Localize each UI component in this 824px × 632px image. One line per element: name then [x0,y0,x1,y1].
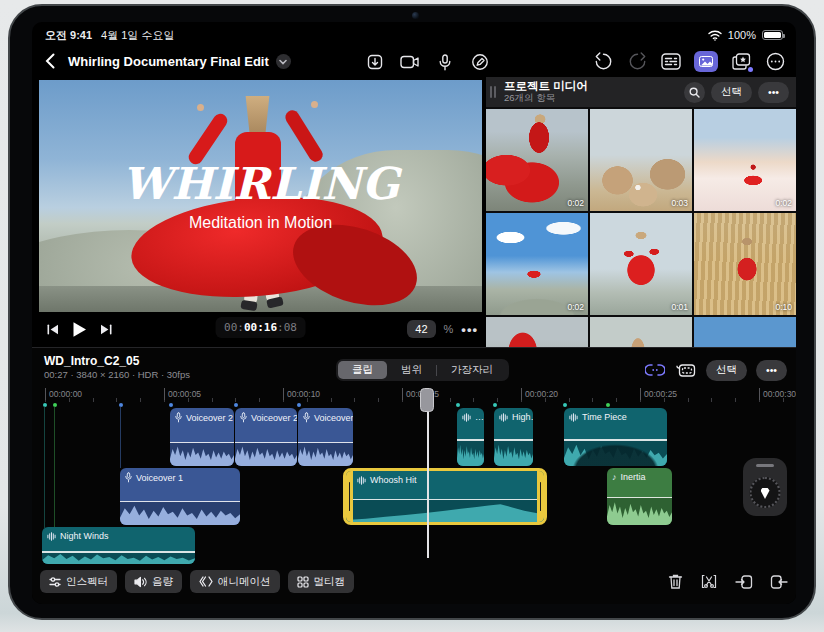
delete-icon[interactable] [668,573,683,590]
media-thumbnail[interactable]: 0:02 [486,213,588,315]
volume-label: 음량 [152,575,173,589]
insert-before-icon[interactable] [735,574,753,590]
volume-button[interactable]: 음량 [125,570,182,593]
timecode-display[interactable]: 00:00:16:08 [215,317,306,338]
tab-range[interactable]: 범위 [387,361,436,379]
multicam-button[interactable]: 멀티캠 [288,570,355,593]
panel-resize-handle[interactable] [494,86,496,98]
undo-icon[interactable] [592,50,614,72]
search-button[interactable] [684,82,705,103]
more-options-icon[interactable] [764,50,786,72]
clip-label: High… [512,412,533,422]
connector-line [120,406,121,468]
timeline-clip[interactable]: Voiceover 3 [298,408,353,466]
tab-edge[interactable]: 가장자리 [437,361,507,379]
inspector-panel-icon[interactable] [660,50,682,72]
clip-label: Voiceover 3 [314,413,353,423]
camera-icon[interactable] [399,51,421,73]
overlay-clips-icon[interactable] [675,359,697,381]
timeline-clip[interactable]: High… [494,408,533,466]
media-browser-icon[interactable] [694,51,718,72]
animation-button[interactable]: 애니메이션 [190,570,280,593]
jog-wheel[interactable] [743,458,787,516]
inspector-button[interactable]: 인스펙터 [40,570,117,593]
clip-duration: 0:02 [775,198,792,208]
blade-split-icon[interactable] [700,573,718,590]
timeline-clip-selected[interactable]: Whoosh Hit [343,468,547,525]
effects-badge [748,67,753,72]
insert-after-icon[interactable] [770,574,788,590]
skip-to-end-icon[interactable] [100,324,112,335]
media-thumbnail[interactable]: 0:02 [486,109,588,211]
edit-mode-segmented-control: 클립 범위 가장자리 [336,359,509,381]
multicam-label: 멀티캠 [314,575,346,589]
mic-icon [175,412,182,423]
timeline-more-button[interactable]: ••• [756,360,787,381]
microphone-icon[interactable] [434,51,456,73]
timeline-project-meta: 00:27 · 3840 × 2160 · HDR · 30fps [44,369,190,380]
timeline-clip[interactable]: Night Winds [42,527,195,564]
connection-dot [493,403,497,407]
viewer[interactable]: WHIRLING Meditation in Motion [39,80,482,312]
clip-duration: 0:10 [775,302,792,312]
media-thumbnail[interactable] [694,317,796,347]
jog-drag-handle[interactable] [756,464,774,467]
media-thumbnail[interactable]: 0:10 [694,213,796,315]
import-icon[interactable] [364,51,386,73]
panel-resize-handle[interactable] [490,86,492,98]
skip-to-start-icon[interactable] [47,324,59,335]
wifi-icon [708,30,722,41]
timeline-clip[interactable]: ♪Inertia [607,468,672,525]
clip-label: Voiceover 1 [136,473,183,483]
tab-clip[interactable]: 클립 [338,361,387,379]
timeline-clip[interactable]: Voiceover 2 [170,408,234,466]
animation-label: 애니메이션 [218,575,271,589]
timeline-clip[interactable]: Time Piece [564,408,667,466]
dancer-hand [311,101,318,108]
viewer-zoom-value[interactable]: 42 [407,320,435,338]
media-more-button[interactable]: ••• [758,82,789,103]
magnetic-timeline-icon[interactable] [644,359,666,381]
redo-icon[interactable] [626,50,648,72]
ruler-label: 00:00:25 [640,388,677,400]
media-thumbnail[interactable] [590,317,692,347]
clip-label: Night Winds [60,531,109,541]
ipad-device-frame: 오전 9:41 4월 1일 수요일 100% [8,4,816,620]
music-note-icon: ♪ [612,472,617,482]
project-title-menu[interactable]: Whirling Documentary Final Edit [68,54,291,69]
playhead-handle[interactable] [420,388,434,412]
clip-label: Time Piece [582,412,627,422]
clip-duration: 0:02 [567,302,584,312]
media-panel-header: 프로젝트 미디어 26개의 항목 선택 ••• [486,77,796,107]
video-overlay-title: WHIRLING [39,158,482,209]
mic-icon [240,412,247,423]
timeline-select-button[interactable]: 선택 [706,360,747,381]
trim-handle-right[interactable] [537,471,544,522]
media-thumbnail[interactable]: 0:03 [590,109,692,211]
media-thumbnail[interactable]: 0:02 [694,109,796,211]
trim-handle-left[interactable] [346,471,353,522]
app-screen: 오전 9:41 4월 1일 수요일 100% [32,22,796,604]
play-button[interactable] [72,321,87,338]
timeline-footer: 인스펙터 음량 애니메이션 멀티캠 [40,570,788,593]
timeline-ruler[interactable]: 00:00:00 00:00:05 00:00:10 00:00:15 00:0… [32,387,796,402]
jog-dial[interactable] [750,477,781,508]
effects-icon[interactable] [730,50,752,72]
clip-label: Voiceover 2 [186,413,233,423]
media-thumbnail[interactable]: 0:01 [590,213,692,315]
media-grid: 0:02 0:03 0:02 0:02 0:01 0:10 [486,109,796,347]
timeline-clip[interactable]: … [457,408,484,466]
back-button[interactable] [45,53,55,69]
pencil-tool-icon[interactable] [469,51,491,73]
inspector-label: 인스펙터 [66,575,108,589]
media-thumbnail[interactable] [486,317,588,347]
timeline-clip[interactable]: Voiceover 2 [235,408,297,466]
viewer-more-icon[interactable]: ••• [461,322,478,337]
top-toolbar: Whirling Documentary Final Edit [32,48,796,76]
media-select-button[interactable]: 선택 [711,82,752,103]
timeline: WD_Intro_C2_05 00:27 · 3840 × 2160 · HDR… [32,347,796,604]
playhead-line [427,406,429,558]
stage: 오전 9:41 4월 1일 수요일 100% [0,0,824,632]
battery-percent: 100% [728,29,756,41]
timeline-clip[interactable]: Voiceover 1 [120,468,240,525]
